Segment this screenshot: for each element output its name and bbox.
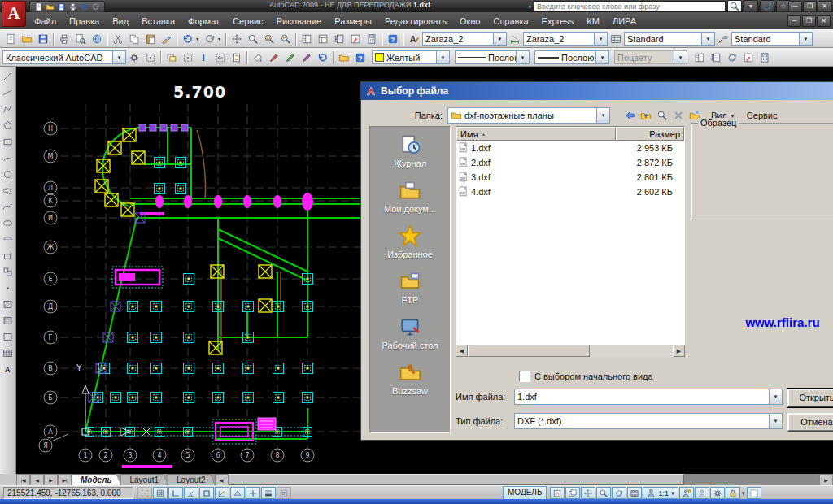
site-link[interactable]: www.rflira.ru bbox=[722, 315, 833, 329]
menu-item-8[interactable]: Редактировать bbox=[378, 14, 453, 28]
open-file-icon[interactable] bbox=[19, 31, 35, 47]
text-style-icon[interactable]: A bbox=[406, 31, 422, 47]
tab-model[interactable]: Модель bbox=[72, 474, 120, 485]
qat-open-icon[interactable] bbox=[46, 2, 55, 11]
arc-icon[interactable] bbox=[0, 150, 15, 166]
menu-item-7[interactable]: Размеры bbox=[328, 14, 378, 28]
minimize-button[interactable]: ─ bbox=[788, 1, 802, 12]
annotation-scale-button[interactable]: 1:1 ▼ bbox=[643, 487, 678, 499]
model-tab-icon[interactable] bbox=[550, 487, 565, 499]
quickcalc-icon[interactable] bbox=[364, 31, 380, 47]
cut-icon[interactable] bbox=[110, 31, 126, 47]
search-input[interactable] bbox=[534, 1, 726, 11]
paste-icon[interactable] bbox=[142, 31, 159, 47]
menu-item-5[interactable]: Сервис bbox=[226, 14, 270, 28]
file-row[interactable]: DXF1.dxf2 953 КБ bbox=[456, 141, 684, 155]
steering-wheel-icon[interactable] bbox=[612, 487, 626, 499]
workspace-save-icon[interactable] bbox=[142, 50, 159, 66]
insert-block-icon[interactable] bbox=[0, 247, 15, 263]
status-pan-icon[interactable] bbox=[581, 487, 595, 499]
sheetset-icon[interactable] bbox=[724, 50, 740, 66]
layer-freeze-icon[interactable] bbox=[266, 50, 282, 66]
filetype-combo[interactable]: DXF (*.dxf)▼ bbox=[514, 413, 783, 429]
region-icon[interactable] bbox=[0, 328, 15, 345]
file-list-hscrollbar[interactable]: ◀ ▶ bbox=[456, 345, 685, 357]
layer-off-icon[interactable] bbox=[282, 50, 299, 66]
annotation-visibility-icon[interactable] bbox=[695, 487, 709, 499]
menu-item-6[interactable]: Рисование bbox=[270, 14, 328, 28]
qat-undo-icon[interactable] bbox=[80, 2, 89, 11]
zoom-realtime-icon[interactable] bbox=[245, 31, 261, 47]
infocenter-arrow-icon[interactable]: ▸ bbox=[529, 3, 532, 10]
table-style-combo[interactable]: Standard▼ bbox=[624, 32, 715, 46]
circle-icon[interactable] bbox=[0, 166, 15, 182]
tab-last-icon[interactable]: ▶| bbox=[58, 474, 72, 485]
annotation-auto-icon[interactable] bbox=[679, 487, 694, 499]
zoom-previous-icon[interactable] bbox=[277, 31, 294, 47]
column-header-size[interactable]: Размер bbox=[616, 127, 684, 141]
file-row[interactable]: DXF3.dxf2 801 КБ bbox=[456, 170, 684, 185]
layer-undo-icon[interactable] bbox=[315, 50, 331, 66]
properties-icon[interactable] bbox=[299, 31, 315, 47]
table-style-icon[interactable] bbox=[608, 31, 624, 47]
close-button[interactable]: ✕ bbox=[818, 1, 831, 12]
qat-print-icon[interactable] bbox=[68, 2, 77, 11]
tool-palettes-icon[interactable] bbox=[331, 31, 347, 47]
dim-style-icon[interactable] bbox=[507, 31, 523, 47]
calc-icon[interactable] bbox=[757, 50, 773, 66]
layer-help-icon[interactable]: ? bbox=[352, 50, 369, 66]
column-header-name[interactable]: Имя▲ bbox=[456, 127, 616, 141]
color-combo[interactable]: Желтый▼ bbox=[372, 50, 450, 64]
qat-new-icon[interactable] bbox=[34, 2, 43, 11]
point-icon[interactable] bbox=[0, 280, 15, 296]
status-zoom-icon[interactable] bbox=[596, 487, 611, 499]
gradient-icon[interactable] bbox=[0, 312, 15, 328]
file-row[interactable]: DXF4.dxf2 602 КБ bbox=[456, 185, 684, 199]
scroll-left-icon[interactable]: ◀ bbox=[456, 345, 468, 357]
ortho-toggle-icon[interactable] bbox=[168, 487, 183, 499]
file-list[interactable]: Имя▲ Размер DXF1.dxf2 953 КБDXF2.dxf2 87… bbox=[456, 126, 685, 345]
show-motion-icon[interactable] bbox=[627, 487, 642, 499]
palettes-toggle-icon[interactable] bbox=[708, 50, 724, 66]
back-icon[interactable] bbox=[621, 107, 638, 124]
delete-icon[interactable] bbox=[670, 107, 687, 124]
designcenter-icon[interactable] bbox=[315, 31, 331, 47]
polar-toggle-icon[interactable] bbox=[184, 487, 198, 499]
workspace-switch-icon[interactable] bbox=[710, 487, 725, 499]
cancel-button[interactable]: Отмена bbox=[787, 413, 833, 432]
lineweight-combo[interactable]: Послою▼ bbox=[534, 50, 609, 64]
match-properties-icon[interactable] bbox=[159, 31, 175, 47]
mtext-icon[interactable]: A bbox=[0, 361, 15, 377]
toolbar-lock-icon[interactable] bbox=[726, 487, 740, 499]
search-dropdown-icon[interactable]: ▾ bbox=[744, 0, 758, 12]
communication-center-icon[interactable] bbox=[760, 0, 774, 12]
layer-previous-icon[interactable] bbox=[212, 50, 229, 66]
publish-icon[interactable] bbox=[89, 31, 105, 47]
menu-item-3[interactable]: Вставка bbox=[135, 14, 181, 28]
construction-line-icon[interactable] bbox=[0, 85, 15, 101]
canvas-scroll-left-icon[interactable]: ◀ bbox=[215, 474, 229, 485]
redo-icon[interactable] bbox=[202, 31, 218, 47]
qat-redo-icon[interactable] bbox=[91, 2, 100, 11]
plot-preview-icon[interactable] bbox=[72, 31, 89, 47]
menu-item-0[interactable]: Файл bbox=[28, 14, 63, 28]
mleader-style-combo[interactable]: Standard▼ bbox=[731, 32, 813, 46]
save-icon[interactable] bbox=[35, 31, 51, 47]
initial-view-checkbox[interactable] bbox=[519, 371, 530, 382]
canvas-scroll-right-icon[interactable]: ▶ bbox=[819, 474, 833, 485]
menu-item-10[interactable]: Справка bbox=[486, 14, 534, 28]
rectangle-icon[interactable] bbox=[0, 133, 15, 150]
redo-icon-dropdown[interactable]: ▾ bbox=[218, 32, 224, 46]
folder-combo[interactable]: dxf-поэтажные планы▼ bbox=[447, 107, 610, 124]
menu-item-9[interactable]: Окно bbox=[453, 14, 487, 28]
otrack-toggle-icon[interactable] bbox=[215, 487, 229, 499]
file-row[interactable]: DXF2.dxf2 872 КБ bbox=[456, 155, 684, 170]
filename-combo[interactable]: 1.dxf▼ bbox=[514, 389, 783, 405]
revcloud-icon[interactable] bbox=[0, 182, 15, 198]
layout-tab-icon[interactable] bbox=[565, 487, 580, 499]
canvas-scroll-thumb[interactable] bbox=[229, 474, 684, 485]
dyn-toggle-icon[interactable] bbox=[246, 487, 260, 499]
workspace-combo[interactable]: Классический AutoCAD▼ bbox=[2, 50, 126, 64]
make-object-layer-current-icon[interactable]: I bbox=[196, 50, 212, 66]
menu-item-13[interactable]: ЛИРА bbox=[606, 14, 643, 28]
